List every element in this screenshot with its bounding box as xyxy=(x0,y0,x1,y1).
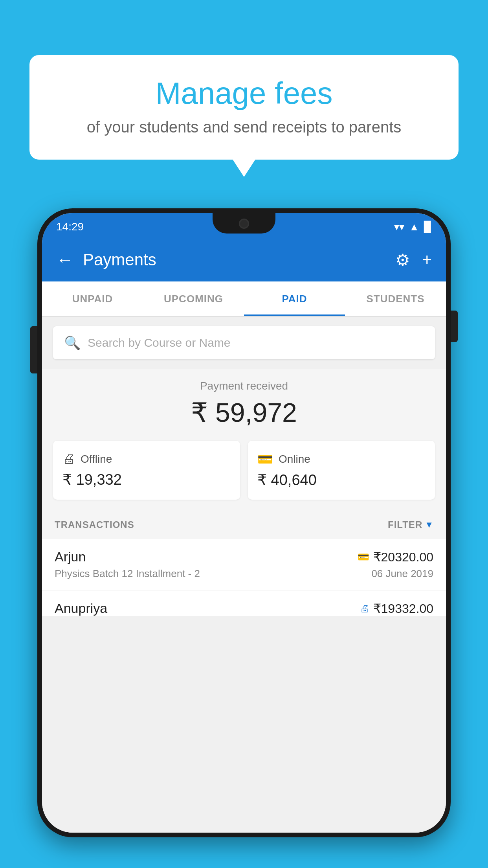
transactions-header: TRANSACTIONS FILTER ▼ xyxy=(42,511,446,539)
online-card: 💳 Online ₹ 40,640 xyxy=(248,441,435,500)
transaction-course: Physics Batch 12 Installment - 2 xyxy=(55,568,200,580)
phone-outer: 14:29 ▾▾ ▲ ▉ ← Payments ⚙ + UNPAID xyxy=(37,208,451,837)
transaction-name-2: Anupriya xyxy=(55,601,107,616)
online-label: Online xyxy=(279,453,310,465)
status-time: 14:29 xyxy=(56,221,84,233)
offline-card-header: 🖨 Offline xyxy=(62,452,231,466)
online-card-header: 💳 Online xyxy=(257,452,426,467)
transaction-amount: ₹20320.00 xyxy=(373,550,433,565)
online-payment-icon: 💳 xyxy=(358,552,369,563)
settings-icon[interactable]: ⚙ xyxy=(395,250,410,270)
search-bar[interactable]: 🔍 Search by Course or Name xyxy=(53,326,435,359)
transaction-date: 06 June 2019 xyxy=(371,568,433,580)
app-bar-actions: ⚙ + xyxy=(395,250,432,270)
transaction-row[interactable]: Arjun 💳 ₹20320.00 Physics Batch 12 Insta… xyxy=(42,539,446,590)
tabs-bar: UNPAID UPCOMING PAID STUDENTS xyxy=(42,281,446,317)
add-button[interactable]: + xyxy=(422,250,432,269)
offline-icon: 🖨 xyxy=(62,452,75,466)
transaction-name: Arjun xyxy=(55,549,86,565)
transaction-row-partial[interactable]: Anupriya 🖨 ₹19332.00 xyxy=(42,590,446,616)
phone-wrapper: 14:29 ▾▾ ▲ ▉ ← Payments ⚙ + UNPAID xyxy=(37,208,451,868)
offline-amount: ₹ 19,332 xyxy=(62,471,231,488)
transaction-amount-wrap-2: 🖨 ₹19332.00 xyxy=(360,601,433,616)
tab-paid[interactable]: PAID xyxy=(244,281,345,316)
transaction-bottom: Physics Batch 12 Installment - 2 06 June… xyxy=(55,568,433,580)
transaction-top: Arjun 💳 ₹20320.00 xyxy=(55,549,433,565)
transaction-amount-wrap: 💳 ₹20320.00 xyxy=(358,550,433,565)
transaction-amount-2: ₹19332.00 xyxy=(373,601,433,616)
filter-group[interactable]: FILTER ▼ xyxy=(388,519,433,530)
tab-students[interactable]: STUDENTS xyxy=(345,281,446,316)
filter-icon: ▼ xyxy=(425,520,433,530)
online-icon: 💳 xyxy=(257,452,273,467)
speech-bubble-title: Manage fees xyxy=(53,77,435,110)
payment-total-amount: ₹ 59,972 xyxy=(53,397,435,428)
speech-bubble-subtitle: of your students and send receipts to pa… xyxy=(53,118,435,136)
phone-notch xyxy=(213,213,275,234)
signal-icon: ▲ xyxy=(409,221,419,233)
content-area: 🔍 Search by Course or Name Payment recei… xyxy=(42,317,446,833)
payment-received-label: Payment received xyxy=(53,380,435,392)
payment-received-section: Payment received ₹ 59,972 xyxy=(42,369,446,441)
tab-unpaid[interactable]: UNPAID xyxy=(42,281,143,316)
search-input[interactable]: Search by Course or Name xyxy=(88,336,231,349)
filter-label: FILTER xyxy=(388,519,422,530)
app-title: Payments xyxy=(83,250,395,269)
battery-icon: ▉ xyxy=(424,221,432,233)
tab-upcoming[interactable]: UPCOMING xyxy=(143,281,244,316)
offline-card: 🖨 Offline ₹ 19,332 xyxy=(53,441,240,500)
phone-inner: 14:29 ▾▾ ▲ ▉ ← Payments ⚙ + UNPAID xyxy=(42,213,446,833)
payment-cards-row: 🖨 Offline ₹ 19,332 💳 Online ₹ 40,640 xyxy=(42,441,446,511)
offline-payment-icon: 🖨 xyxy=(360,603,369,614)
speech-bubble: Manage fees of your students and send re… xyxy=(29,55,459,160)
camera xyxy=(239,219,249,229)
wifi-icon: ▾▾ xyxy=(394,221,404,233)
transactions-label: TRANSACTIONS xyxy=(55,519,134,530)
search-icon: 🔍 xyxy=(64,335,81,351)
transaction-top-partial: Anupriya 🖨 ₹19332.00 xyxy=(55,601,433,616)
online-amount: ₹ 40,640 xyxy=(257,471,426,489)
status-icons: ▾▾ ▲ ▉ xyxy=(394,221,432,233)
back-button[interactable]: ← xyxy=(56,250,73,270)
app-bar: ← Payments ⚙ + xyxy=(42,238,446,281)
offline-label: Offline xyxy=(81,453,112,465)
